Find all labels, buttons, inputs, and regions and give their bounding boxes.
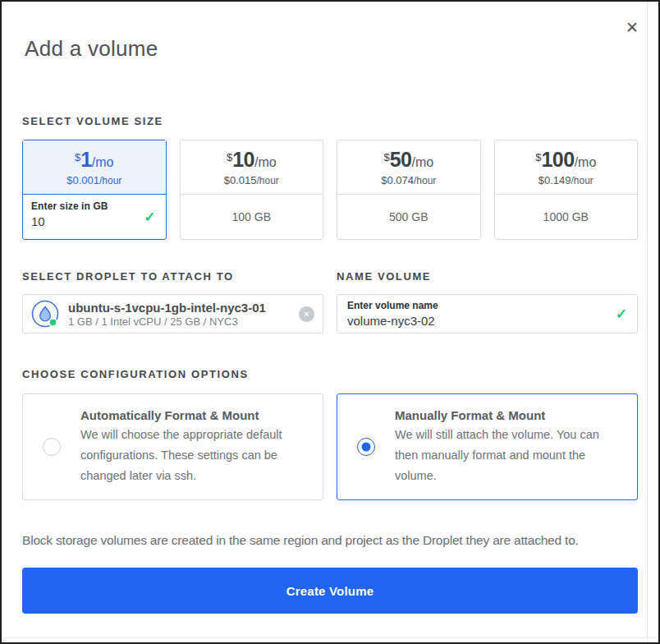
price-section: $10/mo $0.015/hour [181, 140, 323, 195]
price-section: $50/mo $0.074/hour [337, 140, 480, 195]
volume-name-input-box[interactable]: Enter volume name ✓ [337, 294, 638, 334]
hourly-period: /hour [571, 175, 593, 186]
price-period: /mo [411, 155, 433, 169]
check-icon: ✓ [616, 306, 627, 323]
price-amount: 1 [80, 148, 91, 171]
volume-size-card-500gb[interactable]: $50/mo $0.074/hour 500 GB [337, 140, 481, 240]
hourly-amount: $0.015 [224, 174, 257, 186]
modal-title: Add a volume [25, 36, 658, 62]
configuration-options: Automatically Format & Mount We will cho… [22, 393, 638, 500]
option-title: Manually Format & Mount [395, 408, 622, 422]
size-input[interactable] [31, 214, 121, 228]
volume-size-card-1000gb[interactable]: $100/mo $0.149/hour 1000 GB [494, 140, 639, 240]
hourly-period: /hour [256, 175, 278, 186]
droplet-name: ubuntu-s-1vcpu-1gb-intel-nyc3-01 [68, 301, 266, 315]
hourly-price: $0.074/hour [381, 174, 436, 186]
capacity-label: 100 GB [181, 195, 323, 239]
hourly-amount: $0.001 [66, 174, 99, 186]
hourly-price: $0.001/hour [66, 174, 121, 186]
hourly-price: $0.149/hour [539, 174, 594, 186]
monthly-price: $1/mo [75, 148, 113, 172]
droplet-info: ubuntu-s-1vcpu-1gb-intel-nyc3-01 1 GB / … [68, 301, 266, 328]
price-period: /mo [92, 155, 114, 169]
hourly-period: /hour [99, 175, 121, 186]
select-volume-size-label: SELECT VOLUME SIZE [22, 116, 658, 127]
price-section: $1/mo $0.001/hour [23, 140, 166, 195]
size-input-label: Enter size in GB [31, 200, 158, 212]
check-icon: ✓ [144, 209, 155, 226]
capacity-label: 1000 GB [495, 195, 638, 239]
option-content: Automatically Format & Mount We will cho… [80, 408, 323, 486]
choose-configuration-label: CHOOSE CONFIGURATION OPTIONS [22, 369, 658, 380]
hourly-amount: $0.074 [381, 174, 414, 186]
price-section: $100/mo $0.149/hour [495, 140, 638, 195]
monthly-price: $100/mo [535, 148, 596, 172]
remove-droplet-icon[interactable]: ✕ [299, 306, 314, 322]
volume-name-input-label: Enter volume name [347, 300, 627, 311]
hourly-period: /hour [414, 175, 436, 186]
price-amount: 50 [390, 148, 412, 171]
close-icon[interactable]: ✕ [626, 20, 639, 35]
block-storage-note: Block storage volumes are created in the… [22, 533, 638, 548]
selected-droplet-chip[interactable]: ubuntu-s-1vcpu-1gb-intel-nyc3-01 1 GB / … [22, 294, 323, 334]
select-droplet-label: SELECT DROPLET TO ATTACH TO [22, 271, 323, 283]
price-amount: 10 [232, 148, 254, 171]
droplet-specs: 1 GB / 1 Intel vCPU / 25 GB / NYC3 [68, 315, 266, 328]
droplet-icon [30, 299, 60, 329]
hourly-amount: $0.149 [539, 174, 571, 186]
capacity-label: 500 GB [337, 195, 480, 239]
config-option-automatic[interactable]: Automatically Format & Mount We will cho… [22, 393, 323, 500]
hourly-price: $0.015/hour [224, 174, 279, 186]
volume-name-input[interactable] [347, 314, 552, 328]
name-volume-column: NAME VOLUME Enter volume name ✓ [337, 271, 638, 334]
price-period: /mo [254, 155, 277, 169]
modal-right-edge [647, 2, 648, 642]
volume-size-card-100gb[interactable]: $10/mo $0.015/hour 100 GB [180, 140, 324, 240]
price-amount: 100 [541, 148, 574, 171]
volume-size-card-custom[interactable]: $1/mo $0.001/hour Enter size in GB ✓ [22, 140, 167, 240]
droplet-column: SELECT DROPLET TO ATTACH TO ubuntu-s-1vc… [22, 271, 323, 334]
option-description: We will still attach the volume. You can… [395, 425, 622, 486]
custom-size-section: Enter size in GB ✓ [23, 195, 166, 239]
monthly-price: $10/mo [227, 148, 277, 172]
volume-size-cards: $1/mo $0.001/hour Enter size in GB ✓ $10… [22, 140, 638, 240]
modal-bottom-edge [2, 637, 658, 638]
name-volume-label: NAME VOLUME [337, 271, 638, 283]
option-content: Manually Format & Mount We will still at… [395, 408, 637, 486]
config-option-manual[interactable]: Manually Format & Mount We will still at… [337, 393, 638, 500]
currency-symbol: $ [383, 151, 389, 163]
radio-checked-icon[interactable] [357, 438, 375, 456]
create-volume-button[interactable]: Create Volume [22, 568, 638, 614]
option-title: Automatically Format & Mount [80, 408, 308, 422]
option-description: We will choose the appropriate default c… [80, 425, 308, 486]
price-period: /mo [575, 155, 597, 169]
radio-unchecked-icon[interactable] [43, 438, 61, 456]
monthly-price: $50/mo [383, 148, 433, 172]
